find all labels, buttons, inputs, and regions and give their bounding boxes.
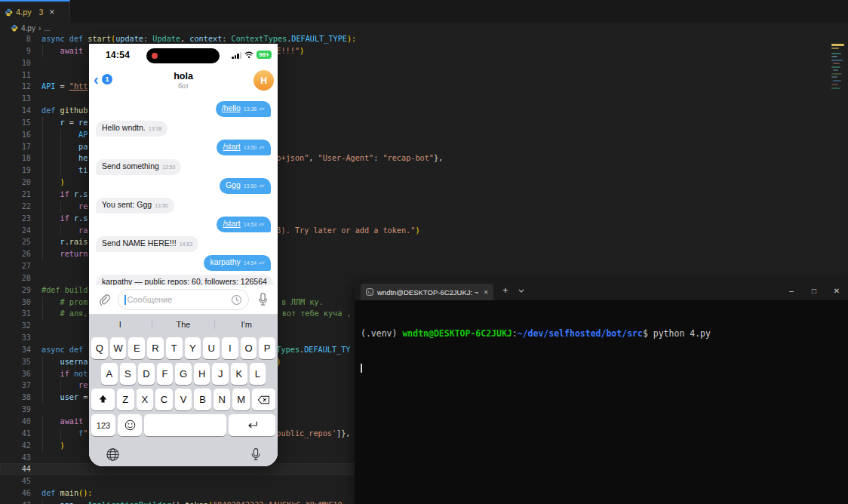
line-number: 43 bbox=[0, 452, 41, 464]
ios-keyboard: ITheI'm QWERTYUIOP ASDFGHJKL ZXCVBNM 123 bbox=[89, 314, 278, 466]
key-s[interactable]: S bbox=[120, 363, 137, 385]
terminal-title-bar[interactable]: wndtn@DESKTOP-6C2JUKJ: ~ × + – □ ✕ bbox=[355, 281, 848, 300]
chat-message-out[interactable]: karpathy14:54✓✓ bbox=[204, 255, 271, 271]
line-number: 13 bbox=[0, 93, 41, 105]
key-f[interactable]: F bbox=[157, 363, 174, 385]
key-m[interactable]: M bbox=[232, 389, 250, 410]
key-c[interactable]: C bbox=[155, 389, 173, 410]
key-o[interactable]: O bbox=[241, 337, 257, 359]
terminal-tab-icon bbox=[366, 288, 373, 296]
chat-message-out[interactable]: /start14:53✓✓ bbox=[217, 217, 271, 232]
chat-message-in[interactable]: Hello wndtn.13:38 bbox=[96, 121, 167, 137]
key-p[interactable]: P bbox=[259, 337, 275, 359]
chat-message-in[interactable]: Send something13:50 bbox=[96, 159, 181, 175]
key-t[interactable]: T bbox=[166, 337, 183, 359]
key-g[interactable]: G bbox=[175, 363, 192, 385]
scheduled-clock-icon[interactable] bbox=[231, 294, 242, 306]
battery-indicator: 98 bbox=[257, 51, 272, 59]
terminal-cursor bbox=[361, 364, 362, 373]
indent-guide bbox=[42, 177, 43, 189]
indent-guide bbox=[60, 225, 61, 237]
terminal-tab-close-icon[interactable]: × bbox=[484, 288, 488, 297]
indent-guide bbox=[42, 117, 43, 129]
terminal-tab[interactable]: wndtn@DESKTOP-6C2JUKJ: ~ × bbox=[361, 284, 493, 300]
minimize-button[interactable]: – bbox=[780, 281, 803, 300]
chat-message-list[interactable]: /hello13:38✓✓Hello wndtn.13:38/start13:5… bbox=[89, 94, 278, 285]
key-b[interactable]: B bbox=[194, 389, 211, 410]
tab-close-icon[interactable]: × bbox=[49, 7, 54, 17]
key-y[interactable]: Y bbox=[185, 337, 201, 359]
message-input[interactable]: Сообщение bbox=[118, 289, 249, 310]
dictation-key[interactable] bbox=[250, 447, 261, 462]
chat-message-in[interactable]: Send NAME HERE!!!14:53 bbox=[96, 236, 198, 252]
line-number: 30 bbox=[0, 297, 41, 309]
key-e[interactable]: E bbox=[128, 337, 145, 359]
breadcrumb-more[interactable]: ... bbox=[44, 24, 50, 32]
voice-message-button[interactable] bbox=[253, 290, 272, 309]
key-h[interactable]: H bbox=[194, 363, 210, 385]
space-key[interactable] bbox=[144, 414, 226, 436]
key-z[interactable]: Z bbox=[117, 389, 134, 410]
chat-message-out[interactable]: /hello13:38✓✓ bbox=[216, 101, 271, 117]
key-a[interactable]: A bbox=[101, 363, 118, 385]
key-u[interactable]: U bbox=[203, 337, 220, 359]
chat-subtitle: бот bbox=[89, 82, 278, 90]
python-file-icon bbox=[5, 8, 13, 17]
chat-title[interactable]: hola bbox=[89, 71, 278, 81]
return-arrow-icon bbox=[247, 421, 258, 430]
indent-guide bbox=[42, 213, 43, 225]
key-v[interactable]: V bbox=[175, 389, 192, 410]
indent-guide bbox=[60, 141, 61, 153]
breadcrumb[interactable]: 4.py › ... bbox=[0, 23, 848, 33]
line-number: 29 bbox=[0, 284, 41, 297]
key-i[interactable]: I bbox=[222, 337, 238, 359]
line-number: 42 bbox=[0, 440, 41, 452]
indent-guide bbox=[42, 152, 43, 164]
close-button[interactable]: ✕ bbox=[825, 281, 848, 300]
key-n[interactable]: N bbox=[214, 389, 231, 410]
key-j[interactable]: J bbox=[212, 363, 229, 385]
chat-message-out[interactable]: Ggg13:50✓✓ bbox=[220, 178, 271, 194]
line-number: 36 bbox=[0, 368, 41, 380]
tab-4py[interactable]: 4.py 3 × bbox=[0, 0, 70, 23]
chat-message-in[interactable]: You sent: Ggg13:50 bbox=[96, 198, 174, 214]
new-tab-button[interactable]: + bbox=[502, 285, 508, 296]
suggestion[interactable]: I'm bbox=[214, 320, 278, 329]
terminal-tab-title: wndtn@DESKTOP-6C2JUKJ: ~ bbox=[377, 288, 478, 297]
breadcrumb-separator: › bbox=[38, 24, 41, 32]
chat-message-out[interactable]: /start13:50✓✓ bbox=[217, 140, 271, 155]
line-number: 45 bbox=[0, 475, 41, 487]
read-ticks-icon: ✓✓ bbox=[258, 260, 265, 266]
backspace-key[interactable] bbox=[252, 389, 275, 410]
line-number: 14 bbox=[0, 105, 41, 117]
indent-guide bbox=[42, 141, 43, 153]
minimap[interactable] bbox=[830, 36, 848, 263]
key-r[interactable]: R bbox=[147, 337, 164, 359]
key-x[interactable]: X bbox=[137, 389, 154, 410]
suggestion-bar: ITheI'm bbox=[89, 315, 278, 333]
suggestion[interactable]: I bbox=[89, 320, 152, 329]
key-l[interactable]: L bbox=[250, 363, 266, 385]
key-w[interactable]: W bbox=[110, 337, 127, 359]
tab-dropdown-chevron-icon[interactable] bbox=[518, 289, 524, 293]
paperclip-icon bbox=[98, 293, 111, 306]
suggestion[interactable]: The bbox=[152, 320, 215, 329]
attach-button[interactable] bbox=[94, 290, 114, 309]
return-key[interactable] bbox=[229, 414, 275, 436]
key-k[interactable]: K bbox=[231, 363, 247, 385]
globe-key[interactable] bbox=[106, 447, 120, 462]
numbers-key[interactable]: 123 bbox=[91, 414, 115, 436]
emoji-key[interactable] bbox=[118, 414, 142, 436]
breadcrumb-file[interactable]: 4.py bbox=[21, 24, 35, 32]
indent-guide bbox=[42, 201, 43, 213]
terminal-output[interactable]: (.venv) wndtn@DESKTOP-6C2JUKJ:~/dev/self… bbox=[355, 300, 848, 504]
key-q[interactable]: Q bbox=[91, 337, 108, 359]
key-d[interactable]: D bbox=[138, 363, 155, 385]
keyboard-bottom-bar bbox=[89, 442, 278, 466]
shift-key[interactable] bbox=[91, 389, 115, 410]
avatar[interactable]: H bbox=[253, 70, 274, 91]
line-number: 20 bbox=[0, 177, 41, 189]
maximize-button[interactable]: □ bbox=[803, 281, 825, 300]
line-number: 16 bbox=[0, 129, 41, 141]
wifi-icon bbox=[244, 51, 253, 59]
